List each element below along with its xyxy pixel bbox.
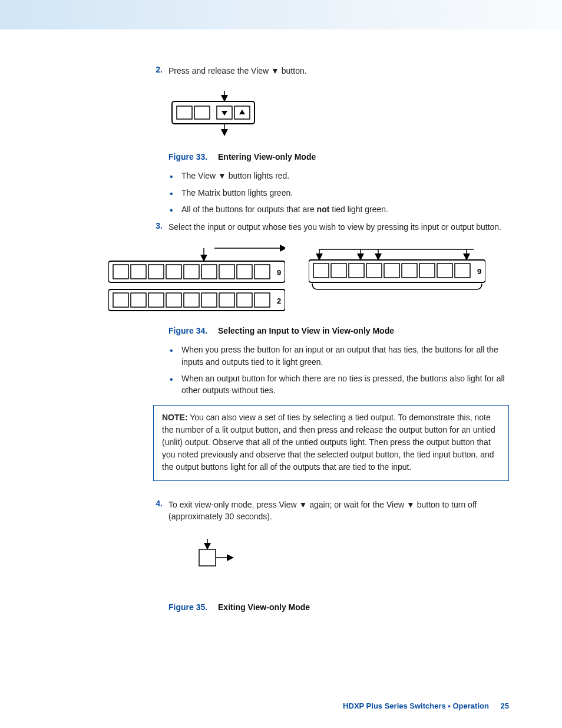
figure-title: Entering View-only Mode — [218, 152, 316, 162]
list-item: All of the buttons for outputs that are … — [168, 203, 509, 215]
svg-rect-16 — [184, 265, 199, 279]
svg-rect-2 — [177, 106, 192, 119]
list-item: When you press the button for an input o… — [168, 344, 509, 368]
truncated-label: 9 — [477, 267, 481, 276]
svg-rect-38 — [331, 263, 346, 278]
svg-rect-45 — [455, 263, 470, 278]
svg-rect-42 — [402, 263, 417, 278]
text-fragment: The View — [181, 171, 218, 180]
figure-35-caption: Figure 35. Exiting View-only Mode — [168, 602, 509, 612]
svg-rect-27 — [201, 293, 217, 307]
text-fragment: The Matrix button lights green. — [181, 188, 293, 197]
text-fragment: All of the buttons for outputs that are — [181, 205, 317, 214]
svg-rect-26 — [184, 293, 199, 307]
page-footer: HDXP Plus Series Switchers • Operation 2… — [343, 701, 509, 710]
svg-rect-18 — [219, 265, 234, 279]
figure-title: Selecting an Input to View in View-only … — [218, 326, 394, 335]
down-triangle-glyph: ▼ — [218, 171, 226, 180]
svg-rect-24 — [148, 293, 164, 307]
figure-34-bullets: When you press the button for an input o… — [168, 344, 509, 396]
svg-rect-30 — [254, 293, 270, 307]
svg-rect-19 — [237, 265, 252, 279]
figure-34-diagram: 9 2 — [108, 245, 509, 315]
step-2: 2. Press and release the View ▼ button. — [153, 65, 509, 77]
step-text: Select the input or output whose ties yo… — [168, 221, 501, 233]
step-text: To exit view-only mode, press View ▼ aga… — [168, 499, 509, 523]
svg-rect-14 — [148, 265, 164, 279]
figure-34-caption: Figure 34. Selecting an Input to View in… — [168, 326, 509, 335]
figure-label: Figure 35. — [168, 602, 207, 612]
truncated-label: 2 — [277, 297, 281, 305]
svg-rect-28 — [219, 293, 234, 307]
text-fragment: To exit view-only mode, press View — [168, 500, 299, 509]
step-number: 2. — [153, 65, 163, 77]
step-number: 3. — [153, 221, 163, 233]
header-bar — [0, 0, 562, 29]
down-triangle-glyph: ▼ — [406, 500, 415, 509]
list-item: The Matrix button lights green. — [168, 187, 509, 199]
svg-rect-3 — [194, 106, 210, 119]
svg-rect-12 — [113, 265, 128, 279]
bold-word: not — [317, 205, 330, 214]
page-content: 2. Press and release the View ▼ button. — [0, 29, 562, 612]
text-fragment: button. — [279, 66, 307, 75]
figure-33-caption: Figure 33. Entering View-only Mode — [168, 152, 509, 162]
figure-title: Exiting View-only Mode — [218, 602, 310, 612]
page-number: 25 — [501, 701, 509, 710]
svg-rect-25 — [166, 293, 181, 307]
note-label: NOTE: — [162, 413, 188, 422]
note-body: You can also view a set of ties by selec… — [162, 413, 495, 472]
step-3: 3. Select the input or output whose ties… — [153, 221, 509, 233]
step-4: 4. To exit view-only mode, press View ▼ … — [153, 499, 509, 523]
text-fragment: button lights red. — [226, 171, 289, 180]
svg-rect-37 — [313, 263, 329, 278]
text-fragment: tied light green. — [329, 205, 388, 214]
down-triangle-glyph: ▼ — [271, 66, 279, 75]
list-item: When an output button for which there ar… — [168, 373, 509, 397]
svg-rect-22 — [113, 293, 128, 307]
text-fragment: again; or wait for the View — [307, 500, 406, 509]
svg-rect-41 — [384, 263, 399, 278]
svg-rect-15 — [166, 265, 181, 279]
svg-rect-39 — [349, 263, 364, 278]
text-fragment: Press and release the View — [168, 66, 271, 75]
step-text: Press and release the View ▼ button. — [168, 65, 307, 77]
step-number: 4. — [153, 499, 163, 523]
svg-rect-47 — [199, 549, 216, 566]
truncated-label: 9 — [277, 268, 281, 277]
svg-rect-29 — [237, 293, 252, 307]
figure-35-diagram — [194, 538, 509, 579]
svg-rect-13 — [131, 265, 146, 279]
svg-rect-17 — [201, 265, 217, 279]
note-box: NOTE: You can also view a set of ties by… — [153, 405, 509, 481]
figure-33-bullets: The View ▼ button lights red. The Matrix… — [168, 170, 509, 215]
figure-33-diagram — [168, 88, 509, 141]
figure-label: Figure 34. — [168, 326, 207, 335]
down-triangle-glyph: ▼ — [299, 500, 308, 509]
svg-rect-44 — [437, 263, 452, 278]
footer-text: HDXP Plus Series Switchers • Operation — [343, 701, 489, 710]
list-item: The View ▼ button lights red. — [168, 170, 509, 182]
figure-label: Figure 33. — [168, 152, 207, 162]
svg-rect-20 — [254, 265, 270, 279]
svg-rect-23 — [131, 293, 146, 307]
svg-rect-40 — [366, 263, 382, 278]
svg-rect-43 — [419, 263, 435, 278]
